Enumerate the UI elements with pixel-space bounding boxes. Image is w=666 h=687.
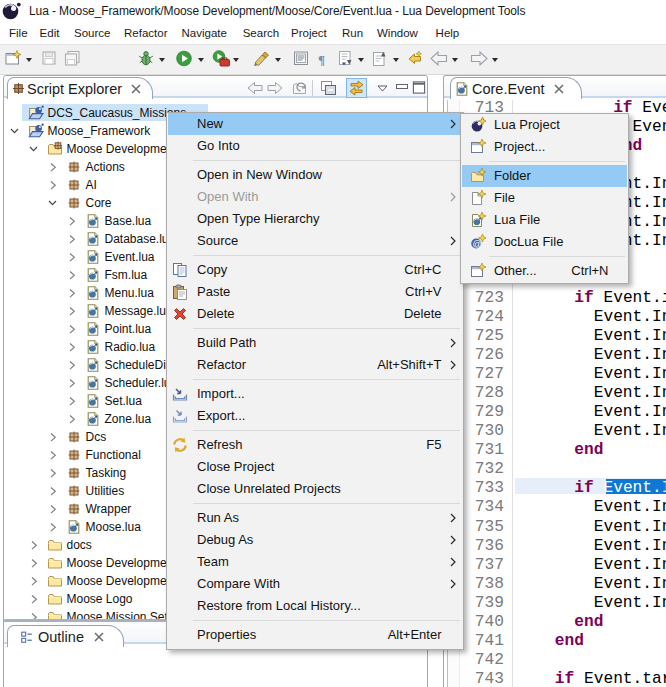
svg-text:¶: ¶ [318, 52, 325, 67]
